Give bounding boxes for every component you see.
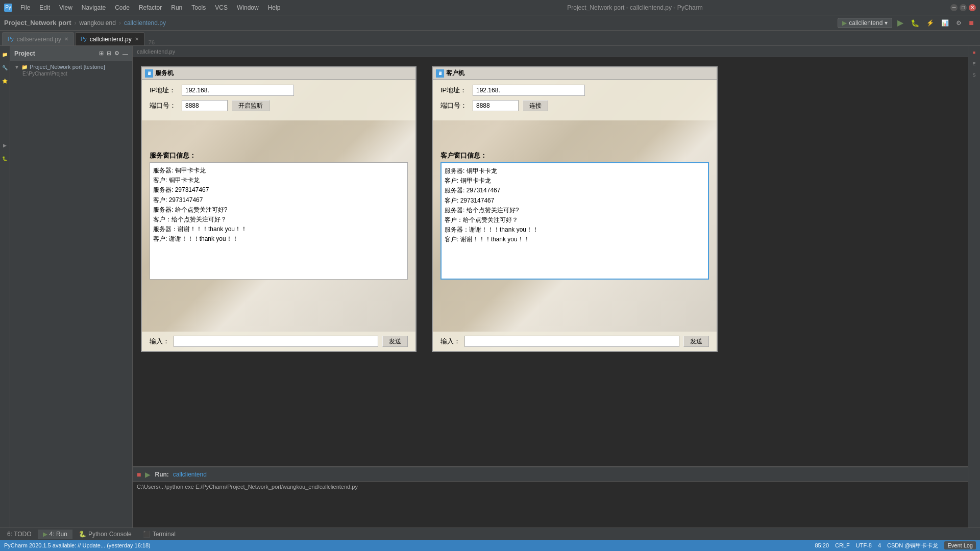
client-chat-box[interactable]: 服务器: 铜甲卡卡龙 客户: 铜甲卡卡龙 服务器: 2973147467 客户:… — [440, 162, 709, 280]
python-console-label: Python Console — [88, 531, 132, 538]
server-window-icon: 🖥 — [145, 69, 153, 78]
maximize-button[interactable]: □ — [960, 4, 967, 11]
menu-edit[interactable]: Edit — [35, 3, 54, 12]
run-stop-icon[interactable]: ■ — [137, 470, 141, 479]
client-ip-row: IP地址： — [440, 85, 709, 96]
todo-tab-label: 6: TODO — [7, 531, 32, 538]
debug-button[interactable]: 🐛 — [909, 18, 921, 28]
project-panel-collapse[interactable]: ⊟ — [107, 50, 111, 57]
py-icon2: Py — [81, 36, 87, 42]
run-config-dropdown: ▾ — [885, 19, 888, 27]
menu-window[interactable]: Window — [233, 3, 263, 12]
debug-icon-side[interactable]: 🐛 — [1, 154, 10, 163]
server-chat-box[interactable]: 服务器: 铜甲卡卡龙 客户: 铜甲卡卡龙 服务器: 2973147467 客户:… — [150, 162, 408, 280]
run-configuration[interactable]: ▶ callclientend ▾ — [838, 18, 892, 28]
server-listen-btn[interactable]: 开启监听 — [232, 100, 270, 111]
client-connect-btn[interactable]: 连接 — [523, 100, 548, 111]
server-info-label: 服务窗口信息： — [150, 151, 408, 160]
close-button[interactable]: ✕ — [969, 4, 976, 11]
tab-close-serverend[interactable]: ✕ — [64, 36, 68, 42]
right-icon-1[interactable]: ■ — [970, 48, 979, 57]
indent: 4 — [878, 542, 881, 548]
menu-navigate[interactable]: Navigate — [78, 3, 110, 12]
client-chat-line-6: 客户：给个点赞关注可好？ — [445, 215, 705, 225]
run-config-icon: ▶ — [842, 19, 847, 27]
tab-callclientend[interactable]: Py callclientend.py ✕ — [75, 32, 144, 45]
project-sidebar-icon[interactable]: 📁 — [1, 50, 10, 59]
tree-root[interactable]: ▼ 📁 Project_Network port [testone] — [12, 63, 130, 70]
server-info-section: 服务窗口信息： 服务器: 铜甲卡卡龙 客户: 铜甲卡卡龙 服务器: 297314… — [150, 151, 408, 280]
breadcrumb-folder: wangkou end — [79, 19, 115, 27]
client-port-input[interactable] — [473, 100, 519, 111]
client-input-field[interactable] — [464, 336, 679, 347]
tab-close-clientend[interactable]: ✕ — [135, 36, 139, 42]
server-chat-line-5: 服务器: 给个点赞关注可好? — [153, 205, 404, 215]
run-icon-side[interactable]: ▶ — [1, 141, 10, 150]
server-chat-line-8: 客户: 谢谢！！！thank you！！ — [153, 234, 404, 244]
menu-run[interactable]: Run — [167, 3, 186, 12]
server-input-label: 输入： — [150, 337, 169, 346]
menu-vcs[interactable]: VCS — [211, 3, 232, 12]
python-console-tab[interactable]: 🐍 Python Console — [74, 530, 137, 539]
right-icon-3[interactable]: S — [970, 70, 979, 80]
server-port-input[interactable] — [182, 100, 228, 111]
server-window-body: IP地址： 端口号： 开启监听 服务窗口信息： 服务器: 铜 — [142, 80, 415, 351]
toolbar: Project_Network port › wangkou end › cal… — [0, 15, 980, 31]
tab-label-active: callclientend.py — [90, 36, 132, 43]
menu-refactor[interactable]: Refactor — [135, 3, 166, 12]
client-window-titlebar: 🖥 客户机 — [433, 67, 717, 80]
status-bar: PyCharm 2020.1.5 available: // Update...… — [0, 540, 980, 551]
server-port-label: 端口号： — [150, 101, 178, 110]
menu-file[interactable]: File — [16, 3, 34, 12]
minimize-button[interactable]: ─ — [950, 4, 958, 11]
run-button[interactable]: ▶ — [895, 17, 905, 29]
profile-button[interactable]: 📊 — [939, 18, 951, 28]
project-panel-expand[interactable]: ⊞ — [99, 50, 104, 57]
client-chat-line-4: 客户: 2973147467 — [445, 196, 705, 206]
main-layout: 📁 🔧 ⭐ ▶ 🐛 Project ⊞ ⊟ ⚙ — ▼ 📁 Project_Ne… — [0, 46, 980, 528]
tab-label: callserverend.py — [17, 36, 61, 43]
client-ip-label: IP地址： — [440, 86, 469, 95]
run-panel-header: ■ ▶ Run: callclientend — [133, 467, 968, 482]
project-folder-icon: 📁 — [21, 64, 28, 70]
server-send-btn[interactable]: 发送 — [382, 336, 408, 347]
menu-tools[interactable]: Tools — [187, 3, 210, 12]
server-ip-row: IP地址： — [150, 85, 408, 96]
client-chat-line-2: 客户: 铜甲卡卡龙 — [445, 176, 705, 186]
favorites-icon[interactable]: ⭐ — [1, 77, 10, 86]
client-window-title: 客户机 — [446, 69, 464, 78]
menu-code[interactable]: Code — [111, 3, 134, 12]
stop-button[interactable]: ■ — [967, 17, 976, 29]
update-warning[interactable]: PyCharm 2020.1.5 available: // Update...… — [4, 542, 151, 548]
run-with-coverage-button[interactable]: ⚡ — [924, 18, 936, 28]
project-panel-close[interactable]: — — [122, 51, 128, 57]
server-ip-input[interactable] — [182, 85, 294, 96]
py-icon: Py — [8, 36, 14, 42]
client-send-btn[interactable]: 发送 — [683, 336, 709, 347]
terminal-tab[interactable]: ⬛ Terminal — [138, 530, 181, 539]
tab-callserverend[interactable]: Py callserverend.py ✕ — [2, 32, 74, 45]
event-log[interactable]: Event Log — [944, 541, 976, 549]
menu-help[interactable]: Help — [264, 3, 285, 12]
right-icon-2[interactable]: E — [970, 59, 979, 68]
server-chat-line-4: 客户: 2973147467 — [153, 195, 404, 205]
csdn-label: CSDN @铜甲卡卡龙 — [887, 542, 938, 549]
server-input-field[interactable] — [174, 336, 378, 347]
todo-tab[interactable]: 6: TODO — [2, 530, 37, 539]
client-chat-line-7: 服务器：谢谢！！！thank you！！ — [445, 225, 705, 235]
run-play-icon[interactable]: ▶ — [145, 470, 151, 479]
server-form-overlay: IP地址： 端口号： 开启监听 — [142, 80, 415, 120]
breadcrumb-separator: › — [74, 19, 76, 27]
project-panel-settings[interactable]: ⚙ — [114, 50, 119, 57]
run-tab[interactable]: ▶ 4: Run — [38, 530, 72, 539]
run-panel: ■ ▶ Run: callclientend C:\Users\...\pyth… — [133, 466, 968, 528]
client-window: 🖥 客户机 IP地址： 端口号： — [432, 66, 718, 352]
run-tab-label: 4: Run — [50, 531, 67, 538]
server-window-titlebar: 🖥 服务机 — [142, 67, 415, 80]
project-name: Project_Network port — [4, 19, 71, 27]
settings-button[interactable]: ⚙ — [954, 18, 964, 28]
structure-icon[interactable]: 🔧 — [1, 63, 10, 72]
client-ip-input[interactable] — [473, 85, 585, 96]
menu-view[interactable]: View — [55, 3, 77, 12]
client-chat-line-5: 服务器: 给个点赞关注可好? — [445, 206, 705, 215]
